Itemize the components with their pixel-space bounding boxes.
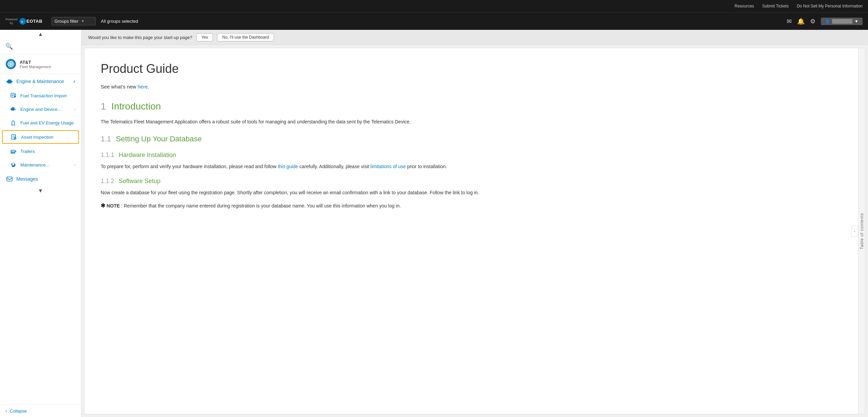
- hw-install-text2: carefully. Additionally, please visit: [298, 164, 370, 169]
- user-icon: 👤: [825, 19, 830, 24]
- startup-bar: Would you like to make this page your st…: [81, 30, 868, 45]
- svg-rect-19: [14, 107, 15, 108]
- section-1-1-2-header: 1.1.2 Software Setup: [101, 176, 842, 186]
- messages-label: Messages: [16, 176, 76, 182]
- collapse-button[interactable]: ‹ Collapse: [0, 404, 81, 417]
- trailers-icon: [9, 147, 17, 155]
- top-bar: Resources Submit Tickets Do Not Sell My …: [0, 0, 868, 12]
- nav-item-fuel-transaction[interactable]: Fuel Transaction Import: [0, 89, 81, 102]
- section-1-1-num: 1.1: [101, 135, 111, 143]
- top-bar-links: Resources Submit Tickets Do Not Sell My …: [735, 4, 863, 8]
- section-1-1-2-body: Now create a database for your fleet usi…: [101, 189, 842, 197]
- content-area: Would you like to make this page your st…: [81, 30, 868, 417]
- toc-collapse-icon: ‹: [854, 229, 855, 233]
- groups-filter-select[interactable]: Groups filter ▼: [52, 17, 96, 25]
- this-guide-link[interactable]: this guide: [278, 164, 298, 169]
- nav-item-maintenance[interactable]: Maintenance... ›: [0, 158, 81, 172]
- nav-item-engine-device[interactable]: Engine and Device... ›: [0, 102, 81, 116]
- note-text: : Remember that the company name entered…: [121, 203, 401, 209]
- maintenance-icon: [9, 161, 17, 168]
- toc-collapse-button[interactable]: ‹: [851, 226, 858, 237]
- logo-area: Powered by G EOTAB: [5, 18, 46, 25]
- nav-item-asset-inspection[interactable]: Asset Inspection: [2, 130, 79, 144]
- engine-device-arrow: ›: [75, 107, 76, 111]
- svg-rect-15: [11, 108, 15, 111]
- bell-icon[interactable]: 🔔: [797, 18, 805, 25]
- trailers-label: Trailers: [20, 149, 76, 154]
- svg-rect-27: [13, 151, 14, 152]
- svg-rect-28: [7, 177, 12, 181]
- user-chevron: ▼: [854, 19, 859, 24]
- svg-point-24: [11, 152, 13, 154]
- sidebar-scroll-down[interactable]: ▼: [0, 186, 81, 195]
- geotab-logo-svg: G EOTAB: [19, 18, 46, 25]
- powered-by-text: Powered by: [5, 18, 18, 25]
- sidebar-scroll-up[interactable]: ▲: [0, 30, 81, 39]
- do-not-sell-link[interactable]: Do Not Sell My Personal Information: [797, 4, 863, 8]
- nav-section-engine[interactable]: Engine & Maintenance ∧: [0, 74, 81, 89]
- toc-sidebar[interactable]: Table of contents: [858, 48, 865, 414]
- fuel-ev-label: Fuel and EV Energy Usage: [20, 120, 76, 125]
- guide-content[interactable]: Product Guide See what's new here. 1 Int…: [84, 48, 858, 414]
- nav-item-fuel-ev[interactable]: Fuel and EV Energy Usage: [0, 116, 81, 130]
- groups-filter-label: Groups filter: [55, 19, 79, 24]
- search-icon[interactable]: 🔍: [5, 43, 13, 50]
- svg-rect-8: [7, 80, 12, 83]
- sidebar-search[interactable]: 🔍: [0, 39, 81, 55]
- section-1-1-header: 1.1 Setting Up Your Database: [101, 133, 842, 145]
- user-badge[interactable]: 👤 ▼: [821, 18, 863, 25]
- svg-rect-11: [8, 79, 9, 80]
- svg-point-7: [10, 63, 12, 65]
- guide-subtitle-end: .: [148, 84, 149, 90]
- section-1-1-2-num: 1.1.2: [101, 178, 114, 184]
- section-1-title: Introduction: [111, 101, 161, 112]
- engine-device-icon: [9, 105, 17, 113]
- main-layout: ▲ 🔍 AT&T Fleet Management: [0, 30, 868, 417]
- org-sub: Fleet Management: [20, 65, 51, 69]
- engine-section-label: Engine & Maintenance: [16, 79, 70, 84]
- guide-subtitle-link[interactable]: here: [138, 84, 148, 90]
- maintenance-arrow: ›: [75, 163, 76, 167]
- svg-rect-16: [11, 109, 12, 110]
- svg-rect-12: [10, 79, 11, 80]
- limitations-link[interactable]: limitations of use: [371, 164, 406, 169]
- email-icon[interactable]: ✉: [787, 18, 792, 25]
- section-1-num: 1: [101, 101, 106, 112]
- submit-tickets-link[interactable]: Submit Tickets: [762, 4, 789, 8]
- messages-icon: [5, 175, 14, 183]
- guide-note: ✻ NOTE : Remember that the company name …: [101, 201, 842, 210]
- resources-link[interactable]: Resources: [735, 4, 754, 8]
- section-1-1-1-num: 1.1.1: [101, 152, 114, 158]
- section-1-1-1-title: Hardware Installation: [119, 152, 176, 158]
- guide-container: Product Guide See what's new here. 1 Int…: [84, 48, 865, 414]
- svg-rect-17: [15, 109, 16, 110]
- nav-item-trailers[interactable]: Trailers: [0, 144, 81, 158]
- collapse-icon: ‹: [5, 408, 7, 414]
- asset-inspection-icon: [10, 133, 18, 141]
- section-1-1-1-header: 1.1.1 Hardware Installation: [101, 150, 842, 160]
- org-header: AT&T Fleet Management: [0, 55, 81, 74]
- groups-filter-chevron: ▼: [81, 19, 84, 23]
- fuel-transaction-icon: [9, 92, 17, 99]
- fuel-transaction-label: Fuel Transaction Import: [20, 93, 76, 98]
- svg-point-25: [13, 152, 15, 154]
- startup-question: Would you like to make this page your st…: [88, 35, 192, 40]
- collapse-label: Collapse: [10, 409, 27, 414]
- note-star: ✻: [101, 203, 106, 209]
- startup-yes-button[interactable]: Yes: [196, 33, 213, 41]
- section-1-header: 1 Introduction: [101, 99, 842, 114]
- svg-rect-23: [15, 151, 16, 152]
- nav-section-messages[interactable]: Messages: [0, 172, 81, 186]
- header-icons: ✉ 🔔 ⚙ 👤 ▼: [787, 18, 863, 25]
- hw-install-text1: To prepare for, perform and verify your …: [101, 164, 278, 169]
- svg-rect-9: [6, 81, 7, 82]
- svg-point-21: [14, 137, 16, 139]
- all-groups-text: All groups selected: [101, 19, 138, 24]
- note-label: NOTE: [106, 203, 120, 209]
- gear-icon[interactable]: ⚙: [810, 18, 815, 25]
- toc-label: Table of contents: [860, 213, 864, 250]
- header: Powered by G EOTAB Groups filter ▼ All g…: [0, 12, 868, 30]
- engine-chevron: ∧: [73, 79, 76, 84]
- startup-no-button[interactable]: No, I'll use the Dashboard: [217, 33, 274, 41]
- svg-text:G: G: [21, 20, 23, 23]
